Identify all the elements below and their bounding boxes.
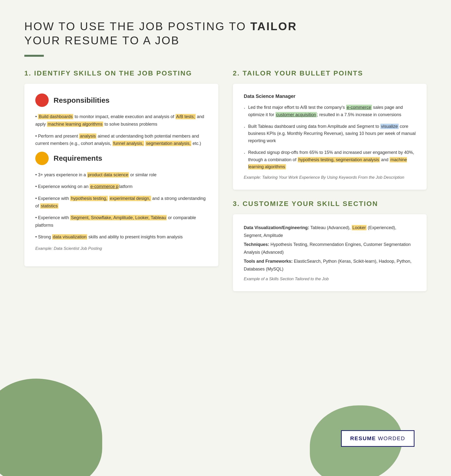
section2-heading: 2. TAILOR YOUR BULLET POINTS <box>233 69 427 78</box>
section2-example: Example: Tailoring Your Work Experience … <box>244 175 416 180</box>
blob-left <box>0 379 102 476</box>
highlight-hypothesis-testing: hypothesis testing, <box>70 196 108 201</box>
highlight-ecommerce-2: e-commerce <box>346 105 372 110</box>
resume-worded-logo: RESUME WORDED <box>341 430 414 447</box>
tailor-bullet-list: Led the first major effort to A/B test t… <box>244 104 416 171</box>
tailor-bullets-card: Data Science Manager Led the first major… <box>233 84 427 190</box>
skill-label-2: Techniques: <box>244 242 269 247</box>
highlight-ab-tests: A/B tests; <box>175 114 196 119</box>
highlight-segmentation-analysis: segmentation analysis, <box>145 141 191 146</box>
responsibilities-body: • Build dashboards to monitor impact, en… <box>35 113 207 147</box>
resp-bullet-1: • Build dashboards to monitor impact, en… <box>35 113 207 128</box>
highlight-analysis: analysis <box>79 133 96 139</box>
job-title: Data Science Manager <box>244 93 416 99</box>
highlight-build-dashboards: Build dashboards <box>38 114 73 119</box>
section1-example: Example: Data Scientist Job Posting <box>35 245 207 252</box>
title-line2: YOUR RESUME TO A JOB <box>24 34 180 47</box>
highlight-ecommerce: e-commerce p <box>90 184 119 189</box>
requirements-body: • 3+ years experience in a product data … <box>35 171 207 252</box>
logo-worded-text-2: WORDED <box>378 435 405 442</box>
requirements-title: Requirements <box>54 154 102 162</box>
highlight-tools: Segment, Snowflake, Amplitude, Looker, T… <box>70 215 167 220</box>
tailor-bullet-3: Reduced signup drop-offs from 65% to 15%… <box>244 149 416 171</box>
section1-heading: 1. IDENTIFY SKILLS ON THE JOB POSTING <box>24 69 218 78</box>
responsibilities-header: Responsibilities <box>35 93 207 107</box>
right-column: 2. TAILOR YOUR BULLET POINTS Data Scienc… <box>233 69 427 301</box>
left-column: 1. IDENTIFY SKILLS ON THE JOB POSTING Re… <box>24 69 218 276</box>
req-bullet-5: • Strong data visualization skills and a… <box>35 233 207 241</box>
tailor-bullet-1: Led the first major effort to A/B test t… <box>244 104 416 118</box>
highlight-looker: Looker <box>352 225 367 230</box>
logo-resume-text: RESUME <box>350 435 376 442</box>
section3-heading: 3. CUSTOMIZE YOUR SKILL SECTION <box>233 199 427 208</box>
highlight-funnel-analysis: funnel analysis, <box>112 141 144 146</box>
section3-example: Example of a Skills Section Tailored to … <box>244 277 416 281</box>
highlight-data-viz: data visualization <box>52 234 87 240</box>
title-tailor: TAILOR <box>250 20 297 33</box>
req-bullet-1: • 3+ years experience in a product data … <box>35 171 207 179</box>
requirements-header: Requirements <box>35 152 207 165</box>
skills-card: Data Visualization/Engineering: Tableau … <box>233 214 427 291</box>
req-bullet-3: • Experience with hypothesis testing, ex… <box>35 195 207 210</box>
highlight-hyp-seg: hypothesis testing, segmentation analysi… <box>298 157 380 162</box>
highlight-product-data-science: product data science <box>87 172 129 177</box>
req-bullet-2: • Experience working on an e-commerce pl… <box>35 183 207 190</box>
req-bullet-4: • Experience with Segment, Snowflake, Am… <box>35 214 207 229</box>
skill-line-3: Tools and Frameworks: ElasticSearch, Pyt… <box>244 258 416 273</box>
responsibilities-title: Responsibilities <box>54 96 110 104</box>
requirements-section: Requirements • 3+ years experience in a … <box>35 152 207 252</box>
highlight-experimental-design: experimental design, <box>109 196 151 201</box>
responsibilities-card: Responsibilities • Build dashboards to m… <box>24 84 218 266</box>
skill-label-1: Data Visualization/Engineering: <box>244 225 309 230</box>
highlight-ml-algorithms: machine learning algorithms <box>47 121 103 127</box>
tailor-bullet-2: Built Tableau dashboard using data from … <box>244 123 416 145</box>
main-columns: 1. IDENTIFY SKILLS ON THE JOB POSTING Re… <box>24 69 427 301</box>
red-circle-icon <box>35 93 49 107</box>
highlight-customer-acq: customer acquisition <box>276 112 317 117</box>
title-plain: HOW TO USE THE JOB POSTING TO <box>24 20 250 33</box>
skill-label-3: Tools and Frameworks: <box>244 259 293 264</box>
highlight-statistics: statistics <box>40 203 58 209</box>
skill-line-2: Techniques: Hypothesis Testing, Recommen… <box>244 241 416 256</box>
resp-bullet-2: • Perform and present analysis aimed at … <box>35 132 207 147</box>
green-divider <box>24 55 44 57</box>
bottom-decoration <box>0 379 451 476</box>
highlight-visualize: visualize <box>380 124 399 129</box>
main-title: HOW TO USE THE JOB POSTING TO TAILOR YOU… <box>24 19 427 47</box>
yellow-circle-icon <box>35 152 49 165</box>
skill-line-1: Data Visualization/Engineering: Tableau … <box>244 224 416 239</box>
